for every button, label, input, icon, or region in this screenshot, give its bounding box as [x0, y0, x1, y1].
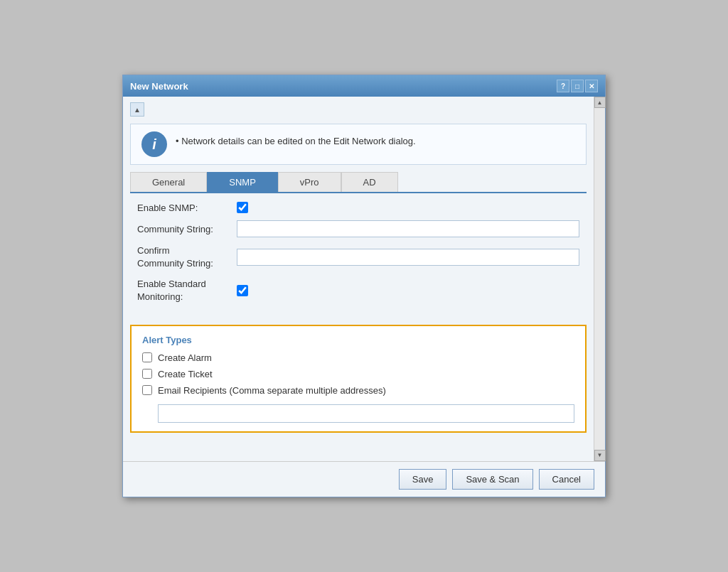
alert-types-title: Alert Types: [142, 335, 574, 345]
create-alarm-label: Create Alarm: [158, 352, 212, 363]
new-network-dialog: New Network ? □ ✕ ▲ i • Network details …: [122, 75, 606, 497]
collapse-button[interactable]: ▲: [130, 102, 144, 117]
create-alarm-row: Create Alarm: [142, 352, 574, 363]
spacer: [123, 440, 594, 461]
create-ticket-label: Create Ticket: [158, 369, 213, 379]
scrollbar-up-button[interactable]: ▲: [594, 97, 606, 108]
dialog-content: ▲ i • Network details can be edited on t…: [123, 97, 594, 461]
dialog-titlebar: New Network ? □ ✕: [123, 75, 605, 97]
community-string-row: Community String:: [137, 220, 579, 237]
dialog-footer: Save Save & Scan Cancel: [123, 461, 605, 497]
tab-snmp[interactable]: SNMP: [207, 172, 278, 192]
tab-ad[interactable]: AD: [341, 172, 398, 192]
enable-snmp-label: Enable SNMP:: [137, 203, 237, 213]
email-recipients-label: Email Recipients (Comma separate multipl…: [158, 385, 386, 396]
community-string-input[interactable]: [237, 220, 579, 237]
scrollbar-track[interactable]: [594, 108, 605, 450]
confirm-community-string-row: ConfirmCommunity String:: [137, 244, 579, 270]
cancel-button[interactable]: Cancel: [539, 469, 594, 490]
create-ticket-row: Create Ticket: [142, 369, 574, 379]
scrollbar-down-button[interactable]: ▼: [594, 450, 606, 461]
save-scan-button[interactable]: Save & Scan: [452, 469, 532, 490]
enable-standard-monitoring-checkbox[interactable]: [237, 285, 248, 296]
confirm-community-string-label: ConfirmCommunity String:: [137, 244, 237, 270]
info-message: • Network details can be edited on the E…: [176, 131, 416, 146]
info-section: i • Network details can be edited on the…: [130, 124, 587, 165]
minimize-button[interactable]: □: [571, 80, 584, 92]
close-button[interactable]: ✕: [585, 80, 598, 92]
enable-standard-monitoring-row: Enable StandardMonitoring:: [137, 278, 579, 303]
titlebar-controls: ? □ ✕: [557, 80, 598, 92]
form-section: Enable SNMP: Community String: ConfirmCo…: [123, 193, 594, 319]
enable-standard-monitoring-label: Enable StandardMonitoring:: [137, 278, 237, 303]
community-string-label: Community String:: [137, 224, 237, 234]
email-recipients-checkbox[interactable]: [142, 385, 152, 395]
info-icon: i: [141, 131, 167, 157]
enable-snmp-checkbox[interactable]: [237, 202, 248, 213]
confirm-community-string-input[interactable]: [237, 249, 579, 266]
save-button[interactable]: Save: [399, 469, 447, 490]
dialog-title: New Network: [130, 81, 188, 92]
dialog-body: ▲ i • Network details can be edited on t…: [123, 97, 605, 461]
tab-general[interactable]: General: [130, 172, 207, 192]
create-ticket-checkbox[interactable]: [142, 369, 152, 379]
email-recipients-input[interactable]: [158, 404, 574, 423]
help-button[interactable]: ?: [557, 80, 569, 92]
enable-snmp-row: Enable SNMP:: [137, 202, 579, 213]
create-alarm-checkbox[interactable]: [142, 352, 152, 362]
alert-types-section: Alert Types Create Alarm Create Ticket E…: [130, 325, 587, 433]
tabs-container: General SNMP vPro AD: [130, 172, 587, 193]
info-bullet: •: [176, 136, 181, 146]
tab-vpro[interactable]: vPro: [278, 172, 341, 192]
email-recipients-row: Email Recipients (Comma separate multipl…: [142, 385, 574, 396]
scrollbar: ▲ ▼: [594, 97, 605, 461]
